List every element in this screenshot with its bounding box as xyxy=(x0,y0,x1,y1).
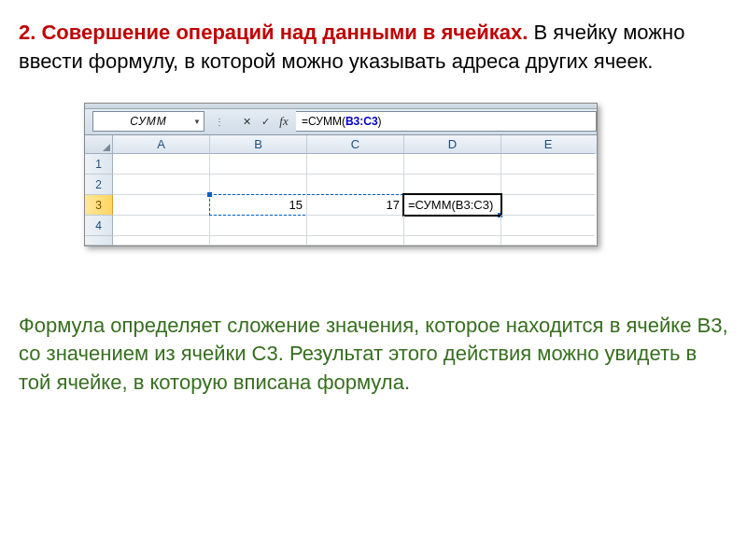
cell-b3-value: 15 xyxy=(289,198,303,212)
cell-c3[interactable]: 17 xyxy=(307,195,404,216)
select-all-corner[interactable] xyxy=(85,135,113,154)
formula-range: B3:C3 xyxy=(345,115,378,128)
row-header-5[interactable] xyxy=(85,236,113,245)
cell-a4[interactable] xyxy=(113,216,210,236)
formula-suffix: ) xyxy=(378,115,382,128)
cell-d4[interactable] xyxy=(404,216,501,236)
col-header-e[interactable]: E xyxy=(501,135,595,154)
row-header-2[interactable]: 2 xyxy=(85,175,113,195)
cell-c5[interactable] xyxy=(307,236,404,245)
cancel-button[interactable]: ✕ xyxy=(238,113,255,130)
formula-bar: СУММ ▼ ⋮ ✕ ✓ fx =СУММ(B3:C3) xyxy=(85,109,597,135)
spreadsheet-grid: A B C D E 1 2 3 15 xyxy=(85,135,597,245)
cell-c1[interactable] xyxy=(307,154,404,175)
col-header-c[interactable]: C xyxy=(307,135,404,154)
cell-b3[interactable]: 15 xyxy=(210,195,307,216)
formula-bar-grip: ⋮ xyxy=(204,117,234,127)
row-4: 4 xyxy=(85,216,597,236)
cell-e4[interactable] xyxy=(501,216,595,236)
row-header-1[interactable]: 1 xyxy=(85,154,113,175)
cell-e1[interactable] xyxy=(501,154,595,175)
column-headers: A B C D E xyxy=(85,135,597,154)
cell-b1[interactable] xyxy=(210,154,307,175)
fx-button[interactable]: fx xyxy=(275,113,292,130)
cell-d3[interactable]: =СУММ(B3:C3) xyxy=(404,195,501,216)
enter-button[interactable]: ✓ xyxy=(257,113,274,130)
row-5-partial xyxy=(85,236,597,245)
cell-e3[interactable] xyxy=(501,195,595,216)
name-box-dropdown-icon[interactable]: ▼ xyxy=(193,118,202,126)
slide-heading: 2. Совершение операций над данными в яче… xyxy=(19,19,728,77)
formula-bar-buttons: ✕ ✓ fx xyxy=(234,111,296,132)
cell-b2[interactable] xyxy=(210,175,307,195)
row-header-3[interactable]: 3 xyxy=(85,195,113,216)
row-2: 2 xyxy=(85,175,597,195)
cell-a2[interactable] xyxy=(113,175,210,195)
row-3: 3 15 17 =СУММ(B3:C3) xyxy=(85,195,597,216)
cell-c4[interactable] xyxy=(307,216,404,236)
cell-d3-value: =СУММ(B3:C3) xyxy=(408,198,493,212)
cell-a3[interactable] xyxy=(113,195,210,216)
cell-b5[interactable] xyxy=(210,236,307,245)
cell-d1[interactable] xyxy=(404,154,501,175)
cell-c3-value: 17 xyxy=(387,198,400,212)
cell-e2[interactable] xyxy=(501,175,595,195)
cell-e5[interactable] xyxy=(501,236,595,245)
cell-a5[interactable] xyxy=(113,236,210,245)
formula-input[interactable]: =СУММ(B3:C3) xyxy=(296,111,597,132)
name-box[interactable]: СУММ ▼ xyxy=(92,111,204,132)
excel-screenshot: СУММ ▼ ⋮ ✕ ✓ fx =СУММ(B3:C3) A B C D E 1 xyxy=(84,103,598,246)
col-header-d[interactable]: D xyxy=(404,135,501,154)
heading-title: 2. Совершение операций над данными в яче… xyxy=(19,21,528,44)
cell-c2[interactable] xyxy=(307,175,404,195)
explanation-text: Формула определяет сложение значения, ко… xyxy=(19,312,728,398)
col-header-b[interactable]: B xyxy=(210,135,307,154)
row-header-4[interactable]: 4 xyxy=(85,216,113,236)
cell-b4[interactable] xyxy=(210,216,307,236)
cell-d5[interactable] xyxy=(404,236,501,245)
name-box-value: СУММ xyxy=(130,115,167,128)
col-header-a[interactable]: A xyxy=(113,135,210,154)
row-1: 1 xyxy=(85,154,597,175)
cell-a1[interactable] xyxy=(113,154,210,175)
formula-prefix: =СУММ( xyxy=(302,115,345,128)
cell-d2[interactable] xyxy=(404,175,501,195)
